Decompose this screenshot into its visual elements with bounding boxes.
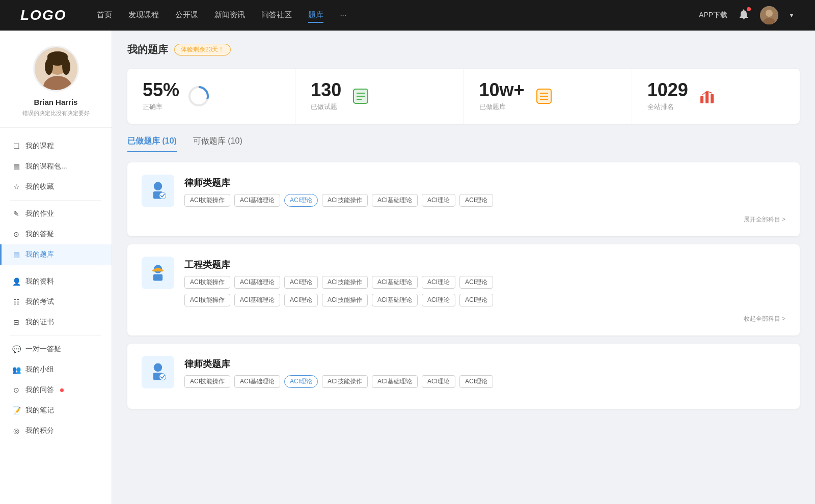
tag-1-1[interactable]: ACI基础理论: [234, 194, 280, 207]
tag-2-13[interactable]: ACI理论: [459, 294, 493, 306]
sidebar: Brian Harris 错误的决定比没有决定要好 ☐ 我的课程 ▦ 我的课程包…: [0, 31, 112, 504]
file-icon: ☐: [12, 142, 20, 150]
tag-2-2[interactable]: ACI理论: [284, 276, 318, 289]
tag-2-9[interactable]: ACI理论: [284, 294, 318, 306]
nav-home[interactable]: 首页: [97, 8, 112, 23]
bank-1-tags: ACI技能操作 ACI基础理论 ACI理论 ACI技能操作 ACI基础理论 AC…: [184, 194, 493, 207]
tag-2-6[interactable]: ACI理论: [459, 276, 493, 289]
svg-rect-30: [153, 274, 162, 281]
nav-discover[interactable]: 发现课程: [128, 8, 159, 23]
nav-qa[interactable]: 问答社区: [261, 8, 292, 23]
tag-2-7[interactable]: ACI技能操作: [184, 294, 230, 306]
tag-2-10[interactable]: ACI技能操作: [322, 294, 368, 306]
sidebar-item-qa[interactable]: ⊙ 我的答疑: [0, 224, 112, 244]
svg-rect-23: [705, 92, 709, 103]
nav-question-bank[interactable]: 题库: [308, 8, 323, 23]
bank-card-3-header: 律师类题库 ACI技能操作 ACI基础理论 ACI理论 ACI技能操作 ACI基…: [142, 356, 785, 388]
bank-1-expand-btn[interactable]: 展开全部科目 >: [744, 215, 785, 224]
svg-point-9: [47, 51, 68, 62]
sidebar-item-1on1[interactable]: 💬 一对一答疑: [0, 339, 112, 359]
tag-1-0[interactable]: ACI技能操作: [184, 194, 230, 207]
divider-2: [10, 268, 101, 268]
sidebar-item-exams[interactable]: ☷ 我的考试: [0, 292, 112, 312]
tag-3-1[interactable]: ACI基础理论: [234, 375, 280, 388]
trial-badge: 体验剩余23天！: [174, 44, 231, 55]
bank-2-tags-row-2: ACI技能操作 ACI基础理论 ACI理论 ACI技能操作 ACI基础理论 AC…: [184, 294, 785, 306]
sidebar-item-courses[interactable]: ☐ 我的课程: [0, 136, 112, 156]
sidebar-item-groups[interactable]: 👥 我的小组: [0, 359, 112, 380]
bank-card-3: 律师类题库 ACI技能操作 ACI基础理论 ACI理论 ACI技能操作 ACI基…: [127, 344, 800, 409]
tag-3-2[interactable]: ACI理论: [284, 375, 318, 388]
sidebar-item-homework[interactable]: ✎ 我的作业: [0, 204, 112, 224]
tag-3-3[interactable]: ACI技能操作: [322, 375, 368, 388]
bank-2-expand-btn[interactable]: 收起全部科目 >: [744, 315, 785, 323]
tag-3-0[interactable]: ACI技能操作: [184, 375, 230, 388]
tag-2-11[interactable]: ACI基础理论: [372, 294, 418, 306]
nav-more[interactable]: ···: [340, 8, 346, 23]
page-title: 我的题库: [127, 43, 168, 57]
bank-card-2-header: 工程类题库 ACI技能操作 ACI基础理论 ACI理论 ACI技能操作 ACI基…: [142, 257, 785, 306]
tab-available[interactable]: 可做题库 (10): [193, 136, 242, 152]
profile-motto: 错误的决定比没有决定要好: [22, 109, 90, 117]
tag-1-5[interactable]: ACI理论: [422, 194, 455, 207]
avatar-dropdown-icon[interactable]: ▼: [789, 12, 795, 19]
sidebar-item-points[interactable]: ◎ 我的积分: [0, 421, 112, 441]
tabs-row: 已做题库 (10) 可做题库 (10): [127, 136, 800, 152]
tag-2-0[interactable]: ACI技能操作: [184, 276, 230, 289]
svg-rect-22: [700, 96, 703, 103]
questions-label: 已做试题: [311, 102, 341, 111]
main-wrapper: Brian Harris 错误的决定比没有决定要好 ☐ 我的课程 ▦ 我的课程包…: [0, 31, 815, 504]
nav-right: APP下载 ▼: [699, 6, 795, 24]
tag-1-6[interactable]: ACI理论: [459, 194, 493, 207]
top-nav: LOGO 首页 发现课程 公开课 新闻资讯 问答社区 题库 ··· APP下载 …: [0, 0, 815, 31]
bank-3-tags: ACI技能操作 ACI基础理论 ACI理论 ACI技能操作 ACI基础理论 AC…: [184, 375, 493, 388]
accuracy-label: 正确率: [143, 102, 179, 111]
bank-1-footer: 展开全部科目 >: [142, 215, 785, 224]
tag-2-5[interactable]: ACI理论: [422, 276, 455, 289]
nav-open-course[interactable]: 公开课: [175, 8, 198, 23]
sidebar-item-certificates[interactable]: ⊟ 我的证书: [0, 312, 112, 332]
bank-icon-lawyer-2: [142, 356, 174, 388]
nav-links: 首页 发现课程 公开课 新闻资讯 问答社区 题库 ···: [97, 8, 699, 23]
svg-point-1: [766, 10, 773, 17]
avatar[interactable]: [760, 6, 778, 24]
svg-point-8: [62, 59, 70, 75]
svg-point-31: [154, 363, 162, 372]
sidebar-item-notes[interactable]: 📝 我的笔记: [0, 400, 112, 421]
tab-done[interactable]: 已做题库 (10): [127, 136, 177, 152]
bank-card-1: 律师类题库 ACI技能操作 ACI基础理论 ACI理论 ACI技能操作 ACI基…: [127, 162, 800, 236]
sidebar-item-favorites[interactable]: ☆ 我的收藏: [0, 177, 112, 197]
tag-3-6[interactable]: ACI理论: [459, 375, 493, 388]
tag-3-4[interactable]: ACI基础理论: [372, 375, 418, 388]
tag-1-2[interactable]: ACI理论: [284, 194, 318, 207]
page-header: 我的题库 体验剩余23天！: [127, 43, 800, 57]
logo: LOGO: [20, 7, 66, 23]
tag-1-3[interactable]: ACI技能操作: [322, 194, 368, 207]
sidebar-menu: ☐ 我的课程 ▦ 我的课程包... ☆ 我的收藏 ✎ 我的作业 ⊙ 我的答: [0, 136, 112, 441]
sidebar-item-my-qa[interactable]: ⊙ 我的问答: [0, 380, 112, 400]
tag-2-12[interactable]: ACI理论: [422, 294, 455, 306]
sidebar-item-course-pack[interactable]: ▦ 我的课程包...: [0, 156, 112, 177]
tag-2-4[interactable]: ACI基础理论: [372, 276, 418, 289]
stat-questions-done: 130 已做试题: [295, 69, 464, 124]
app-download-button[interactable]: APP下载: [699, 11, 727, 20]
questions-icon: [349, 85, 372, 107]
tag-2-3[interactable]: ACI技能操作: [322, 276, 368, 289]
bank-2-footer: 收起全部科目 >: [142, 315, 785, 323]
doc-icon: ☷: [12, 298, 20, 306]
content-area: 我的题库 体验剩余23天！ 55% 正确率: [112, 31, 815, 504]
tag-2-1[interactable]: ACI基础理论: [234, 276, 280, 289]
banks-icon: [533, 85, 555, 107]
notification-bell[interactable]: [738, 8, 750, 22]
tag-2-8[interactable]: ACI基础理论: [234, 294, 280, 306]
tag-1-4[interactable]: ACI基础理论: [372, 194, 418, 207]
divider-1: [10, 200, 101, 201]
edit-icon: ✎: [12, 210, 20, 218]
sidebar-item-profile[interactable]: 👤 我的资料: [0, 271, 112, 292]
nav-news[interactable]: 新闻资讯: [214, 8, 245, 23]
user-icon: 👤: [12, 277, 20, 286]
note-icon: 📝: [12, 406, 20, 414]
tag-3-5[interactable]: ACI理论: [422, 375, 455, 388]
question-icon: ⊙: [12, 230, 20, 238]
sidebar-item-question-bank[interactable]: ▦ 我的题库: [0, 244, 112, 265]
